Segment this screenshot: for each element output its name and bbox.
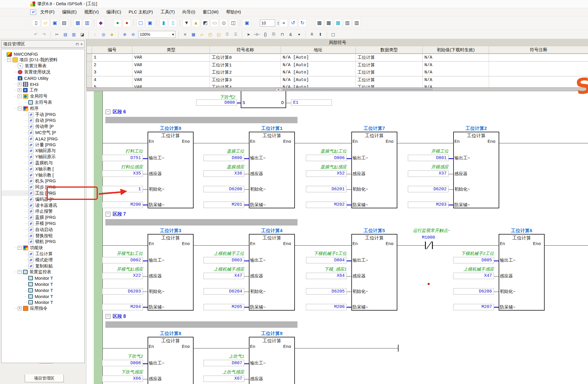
window-tile-icon[interactable]: ▥: [83, 19, 91, 27]
tree-item-P[interactable]: ⇄编码器 [P: [1, 196, 54, 202]
tree-item-[interactable]: ⇄替换按钮: [1, 233, 53, 239]
tree-item-[interactable]: ⇄盖膜机与: [1, 160, 53, 166]
network-after-icon[interactable]: ◱: [215, 31, 222, 38]
and-icon[interactable]: &: [287, 31, 294, 38]
function-block-partial[interactable]: SD: [241, 91, 286, 108]
symbol-table-icon[interactable]: ▦: [315, 19, 323, 27]
find-replace-icon[interactable]: ◎: [100, 31, 107, 38]
menu-0[interactable]: 文件(F): [40, 9, 54, 14]
tree-item-[interactable]: 装置使用状况: [1, 69, 50, 75]
rung-up-icon[interactable]: ⍐: [224, 31, 231, 38]
cell-r3-c5[interactable]: N/A: [423, 69, 489, 76]
tree-item-X[interactable]: ⇄X轴回原与: [1, 148, 56, 154]
operand-box[interactable]: D800: [203, 155, 244, 161]
operand-box[interactable]: X64: [306, 273, 347, 279]
cell-r4-c3[interactable]: N/A [Auto]: [281, 76, 356, 84]
close-icon[interactable]: ×: [80, 42, 83, 46]
section-collapse-icon[interactable]: −: [106, 110, 110, 114]
fb-instance-name[interactable]: 工位计算9: [249, 331, 295, 337]
fb-instance-name[interactable]: 工位计算8: [148, 331, 194, 337]
menu-8[interactable]: 帮助(H): [226, 9, 241, 14]
redo-icon[interactable]: ↷: [40, 31, 48, 38]
operand-box[interactable]: M206: [306, 304, 347, 310]
row-selector[interactable]: [87, 61, 92, 69]
tree-item-MonitorT[interactable]: Monitor T: [1, 293, 53, 299]
fb-instance-name[interactable]: 工位计算4: [249, 228, 295, 234]
zoom-out-icon[interactable]: ⊖: [130, 31, 137, 38]
format-brush-icon[interactable]: ◪: [79, 31, 86, 38]
operand-box[interactable]: D804: [306, 257, 347, 263]
edit-mode-icon[interactable]: ▯: [169, 19, 177, 27]
tree-item-MonitorT[interactable]: Monitor T: [1, 275, 53, 281]
zoom-dropdown-icon[interactable]: ▾: [172, 32, 174, 37]
rotate-left-icon[interactable]: ↺: [289, 19, 297, 27]
coil-icon[interactable]: {}: [262, 31, 269, 38]
run-icon[interactable]: ●: [114, 19, 122, 27]
section-collapse-icon[interactable]: −: [106, 212, 110, 216]
tree-item-MonitorT[interactable]: Monitor T: [1, 300, 53, 305]
tree-item-[interactable]: +⚙工作: [1, 87, 38, 93]
cell-r1-c4[interactable]: 工位计算: [356, 54, 423, 61]
print-icon[interactable]: ▤: [60, 19, 68, 27]
operand-box[interactable]: D808: [102, 360, 143, 366]
save-icon[interactable]: ▣: [51, 19, 59, 27]
tree-item-A1A2PRG[interactable]: ⇄A1A2 [PRG: [1, 136, 58, 142]
operand-box[interactable]: D807: [203, 360, 244, 366]
cell-r1-c1[interactable]: VAR: [132, 54, 210, 61]
tree-item-D1[interactable]: −项目 [D:\1-我的资料: [1, 57, 58, 63]
grid-icon[interactable]: ▦: [190, 31, 197, 38]
insert-up-icon[interactable]: ⬆: [317, 31, 324, 38]
menu-5[interactable]: 工具(T): [160, 9, 175, 14]
cell-r5-c1[interactable]: VAR: [132, 84, 210, 87]
cell-r2-c4[interactable]: 工位计算: [356, 61, 423, 69]
tree-item-CARDUtility[interactable]: ▮CARD Utility: [1, 75, 48, 81]
tree-item-[interactable]: ⇄自动启动: [1, 227, 53, 232]
operand-box[interactable]: D6206: [453, 288, 494, 295]
section-label[interactable]: 区段 7: [113, 211, 126, 217]
bookmark-icon[interactable]: ▱: [198, 31, 206, 38]
operand-box[interactable]: M200: [102, 202, 143, 208]
tree-item-[interactable]: −功能块: [1, 245, 43, 251]
menu-7[interactable]: 窗口(W): [203, 9, 219, 14]
memory-icon[interactable]: ▭: [210, 19, 219, 27]
operand-box[interactable]: D803: [203, 257, 244, 263]
operand-box[interactable]: X66: [102, 376, 143, 382]
cell-r4-c2[interactable]: 工位计算3: [210, 76, 281, 84]
operand-box[interactable]: D751: [102, 155, 143, 161]
tree-item-[interactable]: ⇄工位计算: [1, 251, 53, 257]
tree-item-PRG[interactable]: ⇄自动 [PRG: [1, 118, 56, 124]
usage-table-icon[interactable]: ▥: [353, 19, 361, 27]
cell-r5-c2[interactable]: 工位计算4: [210, 84, 281, 87]
tree-item-MonitorT[interactable]: Monitor T: [1, 287, 53, 293]
cell-r2-c6[interactable]: [489, 61, 588, 69]
network-icon[interactable]: ◫: [229, 19, 237, 27]
cell-r3-c1[interactable]: VAR: [132, 69, 210, 76]
tree-item-X[interactable]: ⇄X轴示教 [: [1, 166, 54, 172]
operand-box[interactable]: D801: [408, 155, 449, 161]
row-selector[interactable]: [87, 84, 92, 87]
section-label[interactable]: 区段 6: [113, 109, 126, 115]
cell-r3-c3[interactable]: N/A [Auto]: [281, 69, 356, 76]
upload-icon[interactable]: ▲: [192, 19, 200, 27]
tree-item-[interactable]: ⇄模式处理: [1, 257, 53, 263]
mdi-child-icon[interactable]: ⇄: [30, 10, 36, 15]
collapse-icon[interactable]: −: [18, 107, 22, 110]
panel-resize-grip[interactable]: [39, 363, 53, 365]
cell-r5-c6[interactable]: [489, 84, 588, 87]
operand-box[interactable]: D802: [102, 257, 143, 263]
frame-icon[interactable]: ▢: [330, 31, 337, 38]
operand-box[interactable]: D6200: [203, 186, 244, 192]
paste-icon[interactable]: ▥: [70, 31, 77, 38]
zoom-in-icon[interactable]: ⊕: [121, 31, 128, 38]
operand-box[interactable]: X22: [102, 273, 143, 279]
cell-r1-c3[interactable]: N/A [Auto]: [281, 54, 356, 61]
compare-icon[interactable]: ⎘: [270, 31, 277, 38]
operand-box[interactable]: X47: [453, 273, 494, 279]
tree-item-MonitorT[interactable]: Monitor T: [1, 281, 53, 287]
fb-instance-name[interactable]: 工位计算6: [499, 228, 545, 234]
cell-r3-c2[interactable]: 工位计算2: [210, 69, 281, 76]
contact-icon[interactable]: ⊣⊢: [253, 31, 261, 38]
cell-r4-c1[interactable]: VAR: [132, 76, 210, 84]
menu-6[interactable]: 向导(I): [182, 9, 195, 14]
tree-item-[interactable]: +应用指令: [1, 306, 47, 311]
